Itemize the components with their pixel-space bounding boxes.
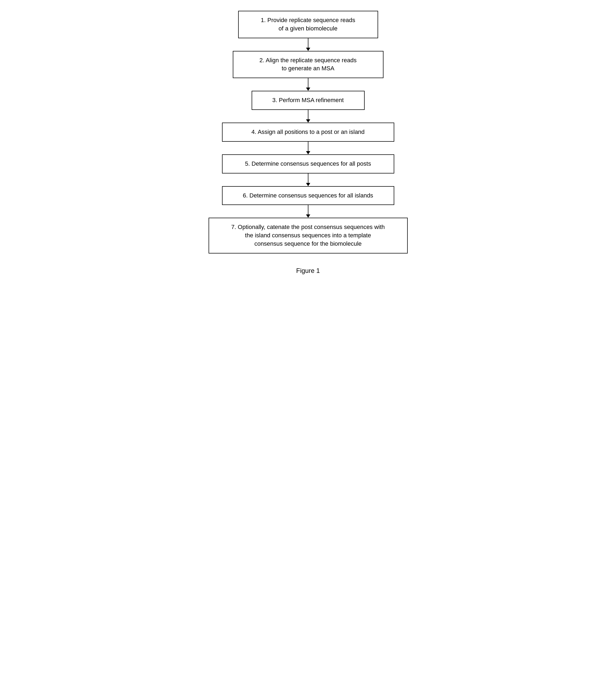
arrow-1-head (306, 48, 310, 51)
arrow-1 (306, 38, 310, 51)
arrow-2 (306, 78, 310, 91)
step7-box: 7. Optionally, catenate the post consens… (208, 218, 408, 253)
step6-label: 6. Determine consensus sequences for all… (243, 192, 373, 199)
arrow-3-line (308, 110, 308, 119)
step5-label: 5. Determine consensus sequences for all… (245, 160, 371, 167)
arrow-4 (306, 142, 310, 154)
step3-box: 3. Perform MSA refinement (252, 91, 365, 110)
arrow-2-line (308, 78, 308, 88)
step4-box: 4. Assign all positions to a post or an … (222, 123, 394, 142)
arrow-3 (306, 110, 310, 123)
step3-label: 3. Perform MSA refinement (272, 97, 344, 103)
arrow-5-head (306, 183, 310, 186)
arrow-1-line (308, 38, 308, 48)
arrow-5-line (308, 174, 308, 183)
step7-label: 7. Optionally, catenate the post consens… (231, 224, 385, 247)
step4-label: 4. Assign all positions to a post or an … (251, 128, 365, 135)
arrow-2-head (306, 88, 310, 91)
step5-box: 5. Determine consensus sequences for all… (222, 154, 394, 174)
arrow-6-head (306, 214, 310, 218)
step1-label: 1. Provide replicate sequence readsof a … (261, 17, 355, 32)
arrow-6-line (308, 205, 308, 214)
figure-caption: Figure 1 (296, 267, 320, 274)
arrow-6 (306, 205, 310, 218)
step6-box: 6. Determine consensus sequences for all… (222, 186, 394, 205)
arrow-3-head (306, 119, 310, 123)
arrow-5 (306, 174, 310, 186)
caption-text: Figure 1 (296, 267, 320, 274)
arrow-4-head (306, 151, 310, 154)
step2-box: 2. Align the replicate sequence readsto … (233, 51, 383, 78)
step2-label: 2. Align the replicate sequence readsto … (260, 57, 356, 72)
flowchart: 1. Provide replicate sequence readsof a … (203, 11, 413, 253)
page-container: 1. Provide replicate sequence readsof a … (203, 11, 413, 274)
step1-box: 1. Provide replicate sequence readsof a … (238, 11, 378, 38)
arrow-4-line (308, 142, 308, 151)
